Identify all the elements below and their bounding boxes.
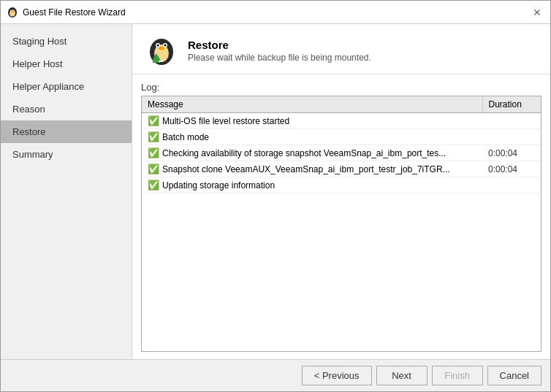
log-message-text: Batch mode [162, 132, 209, 142]
header-subtitle: Please wait while backup file is being m… [188, 53, 371, 63]
log-label: Log: [141, 82, 542, 93]
table-row: ✅Batch mode [142, 129, 541, 145]
table-row: ✅Snapshot clone VeeamAUX_VeeamSnap_ai_ib… [142, 161, 541, 177]
footer: < Previous Next Finish Cancel [1, 359, 550, 391]
table-row: ✅Checking availability of storage snapsh… [142, 145, 541, 161]
log-area: Log: Message Duration ✅Multi-OS file lev… [132, 74, 550, 359]
log-message-cell: ✅Snapshot clone VeeamAUX_VeeamSnap_ai_ib… [142, 161, 482, 177]
log-message-text: Multi-OS file level restore started [162, 116, 289, 126]
window-title: Guest File Restore Wizard [23, 7, 126, 18]
svg-point-4 [11, 10, 12, 11]
svg-point-6 [11, 11, 14, 12]
title-bar-left: Guest File Restore Wizard [7, 7, 126, 18]
title-bar: Guest File Restore Wizard ✕ [1, 1, 550, 24]
log-duration-cell [482, 113, 541, 129]
table-row: ✅Multi-OS file level restore started [142, 113, 541, 129]
table-header-row: Message Duration [142, 96, 541, 113]
table-row: ✅Updating storage information [142, 177, 541, 193]
log-duration-cell [482, 129, 541, 145]
finish-button[interactable]: Finish [432, 366, 483, 385]
window-icon [7, 7, 18, 18]
log-message-cell: ✅Updating storage information [142, 177, 482, 193]
svg-rect-16 [159, 61, 163, 62]
col-duration: Duration [482, 96, 541, 113]
check-icon: ✅ [148, 131, 159, 142]
content-area: Staging Host Helper Host Helper Applianc… [1, 24, 550, 359]
check-icon: ✅ [148, 147, 159, 158]
sidebar-item-restore[interactable]: Restore [1, 120, 132, 143]
log-duration-cell: 0:00:04 [482, 145, 541, 161]
log-duration-cell: 0:00:04 [482, 161, 541, 177]
close-button[interactable]: ✕ [530, 5, 544, 20]
log-duration-cell [482, 177, 541, 193]
check-icon: ✅ [148, 164, 159, 174]
check-icon: ✅ [148, 180, 159, 191]
svg-point-11 [157, 45, 159, 47]
log-message-text: Snapshot clone VeeamAUX_VeeamSnap_ai_ibm… [162, 164, 450, 174]
cancel-button[interactable]: Cancel [487, 366, 542, 385]
wizard-window: Guest File Restore Wizard ✕ Staging Host… [0, 0, 551, 392]
header: Restore Please wait while backup file is… [132, 24, 550, 74]
next-button[interactable]: Next [376, 366, 428, 385]
log-message-cell: ✅Multi-OS file level restore started [142, 113, 482, 129]
sidebar: Staging Host Helper Host Helper Applianc… [1, 24, 132, 359]
sidebar-item-helper-appliance[interactable]: Helper Appliance [1, 75, 132, 98]
previous-button[interactable]: < Previous [302, 366, 372, 385]
log-message-text: Checking availability of storage snapsho… [162, 148, 446, 158]
col-message: Message [142, 96, 482, 113]
log-message-cell: ✅Checking availability of storage snapsh… [142, 145, 482, 161]
header-title: Restore [188, 39, 371, 51]
log-message-text: Updating storage information [162, 180, 275, 191]
sidebar-item-staging-host[interactable]: Staging Host [1, 30, 132, 53]
svg-point-13 [159, 47, 164, 50]
log-message-cell: ✅Batch mode [142, 129, 482, 145]
sidebar-item-helper-host[interactable]: Helper Host [1, 53, 132, 75]
sidebar-item-summary[interactable]: Summary [1, 143, 132, 166]
svg-point-12 [164, 45, 167, 47]
main-content: Restore Please wait while backup file is… [132, 24, 550, 359]
check-icon: ✅ [148, 115, 159, 126]
svg-point-5 [14, 10, 15, 11]
log-table-wrapper: Message Duration ✅Multi-OS file level re… [141, 96, 542, 352]
restore-icon [144, 33, 179, 68]
sidebar-item-reason[interactable]: Reason [1, 98, 132, 120]
header-text: Restore Please wait while backup file is… [188, 39, 371, 63]
header-top: Restore Please wait while backup file is… [144, 33, 539, 68]
log-table: Message Duration ✅Multi-OS file level re… [142, 96, 541, 193]
